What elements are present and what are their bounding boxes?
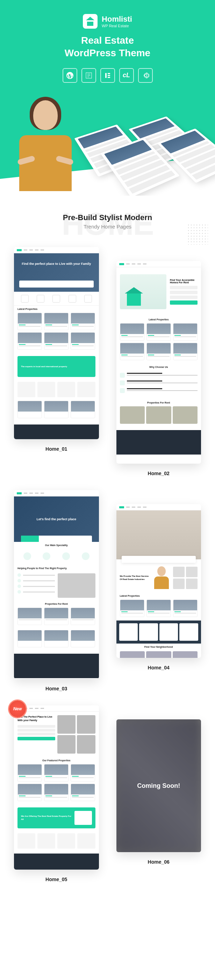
floating-mockups	[68, 108, 215, 196]
svg-rect-2	[108, 73, 110, 74]
coming-soon-overlay: Coming Soon!	[116, 719, 201, 852]
hero-section: Homlisti WP Real Estate Real EstateWordP…	[0, 0, 215, 196]
homepage-grid: Find the perfect place to Live with your…	[14, 247, 201, 882]
section-title: Pre-Build Stylist Modern	[14, 213, 201, 222]
home-01-label: Home_01	[45, 446, 67, 452]
hero-title: Real EstateWordPress Theme	[11, 34, 204, 60]
home-06-item[interactable]: Coming Soon! Home_06	[116, 719, 201, 882]
home-06-thumbnail: Coming Soon!	[116, 719, 201, 852]
logo-house-icon	[83, 14, 97, 29]
classified-icon: cL	[119, 68, 134, 83]
svg-rect-3	[108, 75, 110, 76]
home-03-thumbnail: Let's find the perfect place Our Main Sp…	[14, 490, 99, 679]
gear-icon	[138, 68, 153, 83]
home-01-thumbnail: Find the perfect place to Live with your…	[14, 247, 99, 439]
new-badge: New	[9, 700, 26, 717]
home-03-label: Home_03	[45, 686, 67, 691]
svg-rect-4	[108, 77, 110, 78]
home-01-item[interactable]: Find the perfect place to Live with your…	[14, 247, 99, 476]
home-02-item[interactable]: Find Your Accessible Homes For Rent Late…	[116, 261, 201, 476]
home-02-label: Home_02	[148, 471, 170, 476]
home-04-label: Home_04	[148, 665, 170, 670]
home-05-thumbnail: Find The Perfect Place to Live With your…	[14, 705, 99, 870]
home-02-thumbnail: Find Your Accessible Homes For Rent Late…	[116, 261, 201, 464]
home-04-item[interactable]: We Provide The Best Service Of Real Esta…	[116, 504, 201, 691]
home-03-item[interactable]: Let's find the perfect place Our Main Sp…	[14, 490, 99, 691]
home-05-label: Home_05	[45, 877, 67, 882]
logo-subtitle: WP Real Estate	[102, 24, 132, 28]
home-04-thumbnail: We Provide The Best Service Of Real Esta…	[116, 504, 201, 658]
logo-title: Homlisti	[102, 15, 132, 24]
gutenberg-icon	[81, 68, 96, 83]
logo: Homlisti WP Real Estate	[11, 14, 204, 29]
home-06-label: Home_06	[148, 859, 170, 865]
wordpress-icon	[62, 68, 77, 83]
svg-rect-1	[105, 73, 107, 78]
elementor-icon	[100, 68, 115, 83]
home-05-item[interactable]: New Find The Perfect Place to Live With …	[14, 705, 99, 882]
tech-badges: cL	[11, 68, 204, 83]
homepages-section: HOME Pre-Build Stylist Modern Trendy Hom…	[0, 196, 215, 896]
section-subtitle: Trendy Home Pages	[14, 224, 201, 229]
